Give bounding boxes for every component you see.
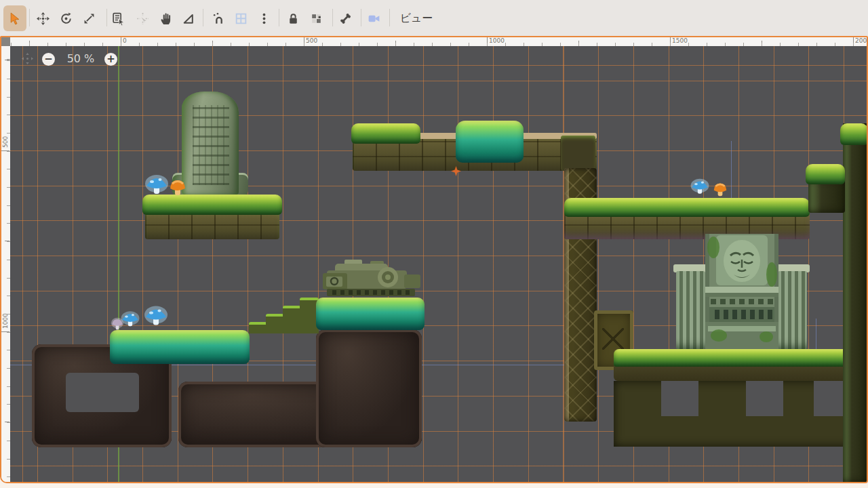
- ruler-label: 1000: [2, 313, 9, 329]
- scale-tool-button[interactable]: [77, 6, 100, 30]
- rotate-tool-button[interactable]: [54, 6, 77, 30]
- cursor-tool-button[interactable]: [3, 5, 26, 31]
- ruler-tick: [121, 37, 121, 45]
- ruler-tick: [29, 41, 30, 45]
- mushroom-orange[interactable]: [713, 180, 728, 198]
- ramp-tool-button[interactable]: [176, 6, 199, 30]
- toolbar-separator: [203, 9, 203, 26]
- glow-mushroom-blue[interactable]: [120, 308, 140, 331]
- ruler-label: 500: [306, 37, 317, 44]
- teal-bush: [456, 121, 524, 163]
- ruler-label: 1500: [672, 37, 688, 44]
- tile-pattern-button[interactable]: [304, 6, 328, 30]
- tile-pattern-icon: [309, 12, 323, 26]
- zoom-in-button[interactable]: +: [104, 53, 117, 66]
- top-brick-platform[interactable]: [351, 121, 597, 172]
- fence-window: [814, 381, 843, 416]
- zoom-out-button[interactable]: −: [42, 53, 55, 66]
- toolbar: ビュー: [0, 0, 868, 36]
- stairs-step[interactable]: [266, 314, 284, 333]
- ruler-label: 500: [2, 136, 9, 148]
- ruler-tick: [5, 241, 9, 241]
- fence-window: [746, 381, 783, 416]
- lock-icon: [286, 12, 300, 26]
- ruler-tick: [487, 37, 488, 45]
- rotate-icon: [59, 12, 73, 26]
- vertical-ruler: 500 1000: [1, 46, 10, 482]
- ledge-grass-cap: [806, 164, 845, 184]
- magnet-snap-icon: [212, 12, 226, 26]
- ruler-tick: [212, 41, 213, 45]
- glow-mushroom-blue[interactable]: [143, 302, 169, 331]
- snap-cursor-tool-button[interactable]: [131, 6, 154, 30]
- lock-button[interactable]: [281, 6, 304, 30]
- ruler-tick: [5, 422, 9, 422]
- ramp-triangle-icon: [181, 12, 195, 26]
- platform-grass-cap: [351, 123, 420, 144]
- grass-ledge[interactable]: [806, 164, 845, 213]
- ruler-tick: [670, 37, 671, 45]
- move-tool-button[interactable]: [31, 6, 54, 30]
- view-menu-button[interactable]: ビュー: [391, 6, 442, 30]
- camera-icon: [367, 12, 381, 26]
- zoom-level-label: 50 %: [60, 52, 101, 65]
- platform-grass-top: [614, 349, 867, 367]
- ruler-corner: [1, 37, 10, 46]
- ruler-tick: [1, 150, 9, 151]
- fence-window: [661, 381, 698, 416]
- select-object-tool-button[interactable]: [106, 6, 130, 30]
- snap-cursor-icon: [136, 12, 150, 26]
- move-ghost-icon: [21, 52, 34, 65]
- stairs-step[interactable]: [283, 306, 301, 333]
- ruler-tick: [853, 37, 854, 45]
- temple-face-statue[interactable]: [705, 234, 778, 349]
- cursor-icon: [8, 12, 22, 26]
- more-options-button[interactable]: [252, 6, 275, 30]
- canvas-panel: 0 500 1000 1500 2000 500 1000: [0, 36, 868, 483]
- scale-icon: [82, 12, 96, 26]
- teal-grass-platform-mid[interactable]: [316, 298, 425, 330]
- pivot-marker[interactable]: [451, 166, 461, 176]
- glow-mushroom-blue[interactable]: [690, 176, 710, 198]
- monolith-inscriptions: [193, 105, 229, 185]
- hand-tool-button[interactable]: [154, 6, 177, 30]
- teal-grass-platform-left[interactable]: [110, 330, 250, 364]
- platform-grass-top: [142, 195, 282, 215]
- ruler-label: 1000: [489, 37, 505, 44]
- zoom-control: − 50 % +: [21, 52, 136, 68]
- hand-icon: [159, 12, 173, 26]
- glow-mushroom-blue[interactable]: [144, 174, 170, 197]
- wide-right-platform[interactable]: [614, 349, 867, 381]
- temple-pillar[interactable]: [676, 271, 705, 349]
- toolbar-separator: [279, 9, 279, 26]
- temple-pillar[interactable]: [778, 271, 807, 349]
- ruined-tank-statue[interactable]: [317, 260, 423, 300]
- platform-brick-body: [145, 211, 279, 239]
- ruler-tick: [1, 331, 9, 332]
- ruler-tick: [395, 41, 396, 45]
- mossy-cliff[interactable]: [843, 123, 867, 482]
- bone-icon: [338, 12, 353, 26]
- toolbar-separator: [389, 9, 390, 26]
- ruler-tick: [304, 37, 304, 45]
- soil-block-under-tank[interactable]: [316, 329, 422, 447]
- grid-toggle-button[interactable]: [229, 6, 252, 30]
- toolbar-separator: [332, 9, 333, 26]
- upper-right-grass-platform[interactable]: [564, 198, 810, 239]
- ruler-tick: [5, 60, 9, 60]
- move-icon: [36, 12, 50, 26]
- select-object-icon: [111, 12, 125, 26]
- ruler-label: 2000: [855, 37, 868, 44]
- ruler-label: 0: [123, 37, 127, 44]
- ruler-tick: [762, 41, 762, 45]
- horizontal-ruler: 0 500 1000 1500 2000: [10, 37, 867, 46]
- magnet-snap-button[interactable]: [207, 6, 230, 30]
- stairs-step[interactable]: [249, 322, 267, 333]
- stone-monolith[interactable]: [182, 92, 239, 195]
- camera-button[interactable]: [362, 6, 385, 30]
- bone-tool-button[interactable]: [334, 6, 357, 30]
- grass-platform-left[interactable]: [142, 195, 282, 239]
- toolbar-separator: [361, 9, 361, 26]
- level-canvas[interactable]: − 50 % +: [10, 46, 867, 482]
- mushroom-orange[interactable]: [169, 178, 186, 197]
